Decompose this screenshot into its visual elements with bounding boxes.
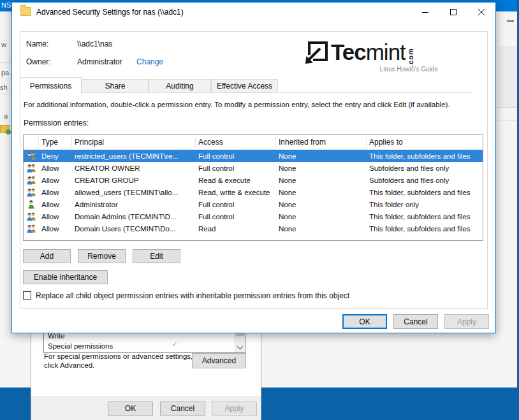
table-row[interactable]: Allow allowed_users (TECMINT\allo... Rea…	[24, 186, 483, 198]
column-applies-to[interactable]: Applies to	[367, 137, 483, 147]
column-inherited-from[interactable]: Inherited from	[276, 137, 367, 147]
tab-permissions[interactable]: Permissions	[20, 77, 82, 94]
entry-applies-to: Subfolders and files only	[367, 164, 483, 172]
column-icon	[24, 137, 39, 147]
entry-type: Allow	[39, 201, 72, 208]
screen: NS w pa sh a Write Special permissions ✓…	[0, 0, 519, 420]
entry-inherited-from: None	[276, 152, 367, 160]
edit-button[interactable]: Edit	[133, 249, 180, 263]
advanced-hint-line2: click Advanced.	[44, 361, 94, 370]
principal-type-icon	[24, 163, 39, 173]
cancel-button[interactable]: Cancel	[393, 314, 438, 329]
titlebar[interactable]: Advanced Security Settings for nas (\\ad…	[12, 3, 495, 22]
entry-applies-to: This folder only	[367, 201, 483, 208]
permission-rows: Deny restricted_users (TECMINT\re... Ful…	[24, 150, 483, 235]
tab-divider	[20, 92, 472, 93]
maximize-button[interactable]	[439, 3, 467, 22]
name-value: \\adc1\nas	[77, 40, 112, 48]
ok-button[interactable]: OK	[108, 402, 153, 416]
principal-type-icon	[24, 151, 39, 161]
background-divider	[498, 107, 517, 108]
group-icon	[26, 175, 36, 185]
tab-effective-access[interactable]: Effective Access	[211, 79, 278, 93]
replace-child-permissions-label: Replace all child object permission entr…	[36, 291, 349, 300]
minimize-button[interactable]	[411, 3, 439, 22]
advanced-button[interactable]: Advanced	[192, 353, 246, 368]
principal-type-icon	[24, 212, 39, 221]
group-icon	[26, 187, 36, 197]
instruction-text: For additional information, double-click…	[24, 101, 450, 108]
shared-folder-icon	[0, 125, 10, 133]
user-icon	[26, 199, 36, 209]
entry-inherited-from: None	[276, 213, 367, 221]
entry-access: Full control	[196, 164, 276, 172]
entry-applies-to: This folder, subfolders and files	[367, 213, 483, 221]
principal-type-icon	[24, 224, 39, 233]
apply-button: Apply	[444, 314, 489, 329]
entry-inherited-from: None	[276, 189, 367, 196]
entry-principal: CREATOR OWNER	[72, 164, 196, 172]
table-row[interactable]: Allow Administrator Full control None Th…	[24, 198, 483, 210]
enable-inheritance-button[interactable]: Enable inheritance	[23, 270, 108, 284]
background-panel	[498, 46, 517, 107]
column-access[interactable]: Access	[196, 137, 276, 147]
table-row[interactable]: Allow Domain Admins (TECMINT\D... Full c…	[24, 210, 483, 222]
principal-type-icon	[24, 187, 39, 197]
listbox-item-special-permissions[interactable]: Special permissions	[48, 342, 113, 352]
minimize-icon	[507, 20, 514, 22]
tecmint-logo: Tecmint .com Linux Howto's Guide	[304, 41, 438, 75]
remove-button[interactable]: Remove	[78, 249, 126, 263]
minimize-icon	[422, 9, 428, 15]
permissions-dialog: Write Special permissions ✓ For special …	[31, 322, 261, 420]
chevron-down-icon	[237, 344, 244, 350]
column-type[interactable]: Type	[39, 137, 72, 147]
advanced-hint-line1: For special permissions or advanced sett…	[44, 352, 193, 361]
entry-access: Read & execute	[196, 177, 276, 184]
logo-com: .com	[407, 43, 414, 67]
group-icon	[26, 163, 36, 173]
table-row[interactable]: Allow CREATOR OWNER Full control None Su…	[24, 162, 483, 174]
group-icon	[26, 224, 36, 233]
entry-access: Read	[196, 225, 276, 233]
entry-applies-to: This folder, subfolders and files	[367, 189, 483, 196]
name-label: Name:	[26, 40, 48, 48]
entry-applies-to: This folder, subfolders and files	[367, 225, 483, 233]
principal-type-icon	[24, 199, 39, 209]
entry-type: Allow	[39, 177, 72, 184]
folder-icon	[20, 7, 31, 16]
logo-wordmark: Tecmint	[331, 41, 406, 67]
entry-principal: Administrator	[72, 201, 196, 208]
entry-principal: restricted_users (TECMINT\re...	[72, 152, 196, 160]
entry-access: Read, write & execute	[196, 189, 276, 196]
column-principal[interactable]: Principal	[72, 137, 196, 147]
entry-type: Allow	[39, 189, 72, 196]
maximize-icon	[450, 9, 457, 15]
group-icon	[26, 151, 36, 161]
cancel-button[interactable]: Cancel	[160, 402, 205, 416]
entry-inherited-from: None	[276, 164, 367, 172]
table-header[interactable]: Type Principal Access Inherited from App…	[24, 135, 483, 150]
advanced-security-settings-dialog: Advanced Security Settings for nas (\\ad…	[11, 2, 496, 333]
replace-child-permissions-checkbox[interactable]	[23, 291, 31, 300]
table-row[interactable]: Deny restricted_users (TECMINT\re... Ful…	[24, 150, 483, 162]
permission-entries-table[interactable]: Type Principal Access Inherited from App…	[23, 134, 483, 241]
entry-inherited-from: None	[276, 201, 367, 208]
background-divider	[0, 94, 11, 94]
table-row[interactable]: Allow Domain Users (TECMINT\Do... Read N…	[24, 222, 483, 235]
change-owner-link[interactable]: Change	[136, 57, 163, 66]
tab-auditing[interactable]: Auditing	[149, 79, 211, 93]
background-text-fragment: pa	[1, 69, 9, 76]
table-row[interactable]: Allow CREATOR GROUP Read & execute None …	[24, 174, 483, 186]
close-button[interactable]	[467, 3, 495, 22]
apply-button: Apply	[212, 402, 257, 416]
background-text-fragment: sh	[0, 83, 8, 91]
background-text-fragment: a	[4, 112, 8, 120]
entry-principal: Domain Users (TECMINT\Do...	[72, 225, 196, 233]
tab-share[interactable]: Share	[82, 79, 149, 93]
background-text-fragment: w	[1, 41, 6, 48]
close-icon	[478, 9, 485, 15]
add-button[interactable]: Add	[23, 249, 71, 263]
ok-button[interactable]: OK	[342, 314, 387, 329]
entry-type: Allow	[39, 213, 72, 221]
listbox-item-write[interactable]: Write	[48, 332, 65, 342]
